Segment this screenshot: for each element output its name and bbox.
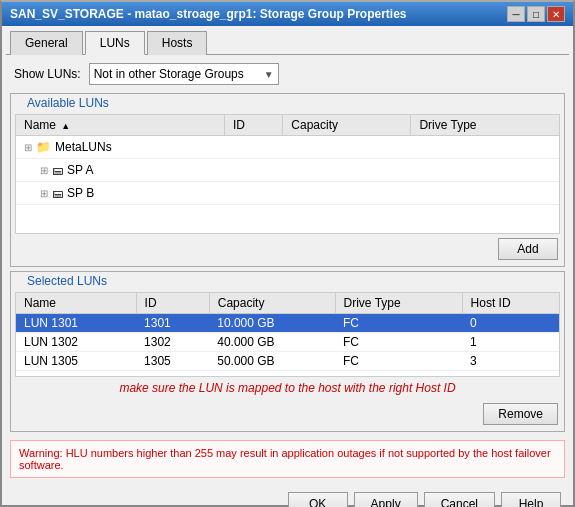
sel-col-name-header[interactable]: Name (16, 293, 136, 314)
available-luns-table-container: Name ▲ ID Capacity Drive T (15, 114, 560, 234)
col-drivetype-header[interactable]: Drive Type (411, 115, 559, 136)
tab-luns[interactable]: LUNs (85, 31, 145, 55)
window-title: SAN_SV_STORAGE - matao_stroage_grp1: Sto… (10, 7, 407, 21)
show-luns-dropdown[interactable]: Not in other Storage Groups ▼ (89, 63, 279, 85)
table-row[interactable]: ⊞ 🖴 SP A (16, 159, 559, 182)
expand-icon: ⊞ (40, 165, 48, 176)
selected-luns-label: Selected LUNs (23, 274, 111, 288)
tree-item-metaluns: ⊞ 📁 MetaLUNs (24, 138, 217, 156)
show-luns-value: Not in other Storage Groups (94, 67, 244, 81)
table-row[interactable]: LUN 1301 1301 10.000 GB FC 0 (16, 314, 559, 333)
tab-hosts[interactable]: Hosts (147, 31, 208, 55)
table-row[interactable]: LUN 1302 1302 40.000 GB FC 1 (16, 333, 559, 352)
table-row[interactable]: ⊞ 📁 MetaLUNs (16, 136, 559, 159)
title-bar: SAN_SV_STORAGE - matao_stroage_grp1: Sto… (2, 2, 573, 26)
available-luns-inner: Name ▲ ID Capacity Drive T (11, 110, 564, 266)
available-luns-table: Name ▲ ID Capacity Drive T (16, 115, 559, 205)
sel-col-drivetype-header[interactable]: Drive Type (335, 293, 462, 314)
minimize-button[interactable]: ─ (507, 6, 525, 22)
ok-button[interactable]: OK (288, 492, 348, 507)
sel-col-hostid-header[interactable]: Host ID (462, 293, 559, 314)
title-bar-controls: ─ □ ✕ (507, 6, 565, 22)
selected-luns-group: Selected LUNs Name ID (10, 271, 565, 432)
expand-icon: ⊞ (40, 188, 48, 199)
show-luns-label: Show LUNs: (14, 67, 81, 81)
disk-icon: 🖴 (52, 164, 63, 176)
cancel-button[interactable]: Cancel (424, 492, 495, 507)
available-luns-group: Available LUNs Name ▲ ID (10, 93, 565, 267)
warning-box: Warning: HLU numbers higher than 255 may… (10, 440, 565, 478)
add-button[interactable]: Add (498, 238, 558, 260)
annotation-text: make sure the LUN is mapped to the host … (15, 377, 560, 399)
apply-button[interactable]: Apply (354, 492, 418, 507)
tab-general[interactable]: General (10, 31, 83, 55)
expand-icon: ⊞ (24, 142, 32, 153)
tree-item-spb: ⊞ 🖴 SP B (24, 184, 217, 202)
dropdown-arrow-icon: ▼ (264, 69, 274, 80)
table-row[interactable]: ⊞ 🖴 SP B (16, 182, 559, 205)
col-name-header[interactable]: Name ▲ (16, 115, 225, 136)
tab-bar: General LUNs Hosts (6, 30, 569, 55)
sel-col-id-header[interactable]: ID (136, 293, 209, 314)
col-id-header[interactable]: ID (225, 115, 283, 136)
warning-text: Warning: HLU numbers higher than 255 may… (19, 447, 551, 471)
available-luns-label: Available LUNs (23, 96, 113, 110)
show-luns-row: Show LUNs: Not in other Storage Groups ▼ (6, 59, 569, 89)
help-button[interactable]: Help (501, 492, 561, 507)
remove-button[interactable]: Remove (483, 403, 558, 425)
ok-label: OK (309, 497, 326, 507)
close-button[interactable]: ✕ (547, 6, 565, 22)
add-button-row: Add (15, 234, 560, 262)
sort-arrow-icon: ▲ (61, 121, 70, 131)
available-luns-header-row: Name ▲ ID Capacity Drive T (16, 115, 559, 136)
footer-buttons: OK Apply Cancel Help (6, 486, 569, 507)
help-label: Help (519, 497, 544, 507)
cancel-label: Cancel (441, 497, 478, 507)
sel-col-capacity-header[interactable]: Capacity (209, 293, 335, 314)
selected-luns-table-container: Name ID Capacity Drive Type (15, 292, 560, 377)
restore-button[interactable]: □ (527, 6, 545, 22)
folder-icon: 📁 (36, 140, 51, 154)
remove-button-row: Remove (15, 399, 560, 427)
dialog-content: General LUNs Hosts Show LUNs: Not in oth… (2, 26, 573, 507)
tree-item-spa: ⊞ 🖴 SP A (24, 161, 217, 179)
selected-luns-table: Name ID Capacity Drive Type (16, 293, 559, 371)
apply-label: Apply (371, 497, 401, 507)
window: SAN_SV_STORAGE - matao_stroage_grp1: Sto… (0, 0, 575, 507)
disk-icon: 🖴 (52, 187, 63, 199)
selected-luns-header-row: Name ID Capacity Drive Type (16, 293, 559, 314)
table-row[interactable]: LUN 1305 1305 50.000 GB FC 3 (16, 352, 559, 371)
col-capacity-header[interactable]: Capacity (283, 115, 411, 136)
selected-luns-inner: Name ID Capacity Drive Type (11, 288, 564, 431)
